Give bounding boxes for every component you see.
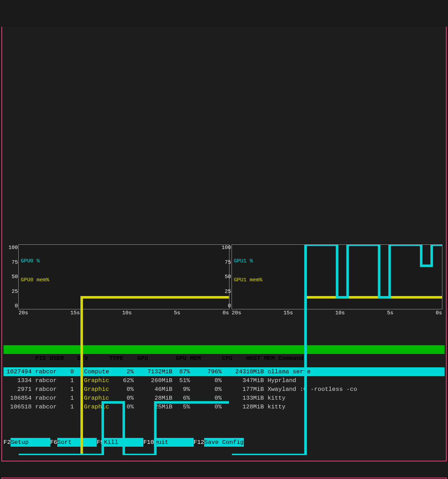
gpu1-plot [232,245,442,455]
x-axis-labels: 20s15s10s5s0s [232,310,442,316]
top-panel: top - 16:40:11 up 8:04, 2 users, load av… [1,478,447,479]
gpu1-chart: 1007550250 GPU1 % GPU1 mem% 20s15s10s5s0… [232,244,443,309]
x-axis-labels: 20s15s10s5s0s [19,310,229,316]
device0-bars: GPU[|2%] MEM[|||||||||||||||||||||||||||… [4,98,444,107]
nvtop-panel: Device 0 [NVIDIA GeForce RTX 3070 Ti Lap… [1,27,447,461]
device1-line1: Device 1 [AMD Radeon Graphics] Integrate… [4,163,444,171]
device0-line1: Device 0 [NVIDIA GeForce RTX 3070 Ti Lap… [4,54,444,63]
gpu0-chart: 1007550250 GPU0 % GPU0 mem% 20s15s10s5s0… [18,244,229,309]
device1-bars: GPU[||||||||||||||||||||||||||||||||||||… [4,207,444,216]
device1-line2: GPU 2400MHz MEM 2400MHz TEMP 70°C CPU-FA… [4,185,444,193]
fkey-label: F2 [4,439,11,446]
y-axis-labels: 1007550250 [219,245,231,309]
y-axis-labels: 1007550250 [6,245,18,309]
device0-line2: GPU 1410MHz MEM 7000MHz TEMP 53°C FAN N/… [4,76,444,85]
gpu0-plot [19,245,229,455]
